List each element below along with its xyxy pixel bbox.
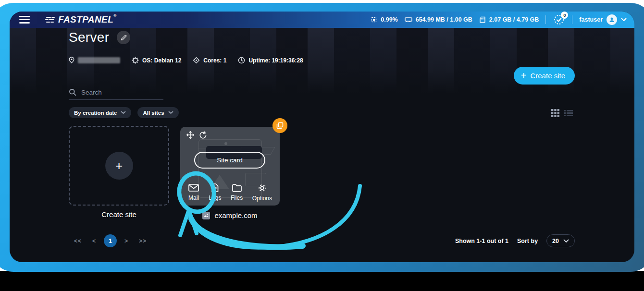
shown-count-text: Shown 1-1 out of 1 [455,238,508,244]
pagination-first-button[interactable]: << [71,236,85,246]
sort-order-dropdown[interactable]: By creation date [69,107,131,118]
create-site-button[interactable]: + Create site [514,67,575,85]
location-pin-icon [69,57,74,64]
site-card-button[interactable]: Site card [194,152,265,169]
bottom-black-strip [0,271,644,291]
files-label: Files [231,194,243,201]
grid-view-button[interactable] [551,109,559,119]
edit-server-name-button[interactable] [117,31,130,44]
move-icon [186,131,195,139]
redacted-ip-address [78,57,120,63]
topbar-divider [545,15,546,24]
server-os-value: OS: Debian 12 [142,57,181,64]
site-domain: example.com [214,211,257,219]
topbar-stats: 0.99% 654.99 MB / 1.00 GB [371,13,627,26]
view-toggle-group [551,109,573,119]
drag-move-button[interactable] [186,131,195,141]
site-type-label: All sites [143,110,164,116]
username: fastuser [579,16,603,23]
site-type-dropdown[interactable]: All sites [137,107,178,118]
pencil-icon [121,35,127,41]
options-button[interactable]: Options [252,183,272,202]
logs-label: Logs [209,194,221,201]
server-ip-item [69,57,120,64]
list-view-icon [564,109,573,117]
logs-button[interactable]: Logs [209,183,221,202]
notifications-count-badge: 0 [561,12,568,19]
create-site-card-label: Create site [69,210,169,218]
per-page-dropdown[interactable]: 20 [546,234,575,247]
chevron-down-icon [563,239,569,243]
notifications-button[interactable]: 0 [553,13,565,26]
image-icon [203,213,209,218]
server-uptime-value: Uptime: 19:19:36:28 [248,57,303,64]
logo-equalizer-icon [45,15,55,24]
logs-icon [211,183,219,193]
mail-label: Mail [188,194,199,201]
plus-circle: + [105,152,133,180]
user-menu[interactable]: fastuser [579,14,627,25]
ram-value: 654.99 MB / 1.00 GB [416,16,472,23]
search-field[interactable] [69,88,163,100]
refresh-site-button[interactable] [199,131,207,141]
pagination-next-button[interactable]: > [122,236,131,246]
cpu-value: 0.99% [381,16,397,23]
logo-text: FASTPANEL® [58,14,116,25]
site-card-button-label: Site card [217,157,242,164]
site-card-example-com[interactable]: Site card Mail Logs [180,127,280,206]
create-site-button-label: Create site [530,72,565,80]
top-navigation-bar: FASTPANEL® 0.99% 654.99 MB / 1.00 GB [10,12,634,28]
chevron-down-icon [168,111,173,114]
clock-icon [238,57,245,64]
gear-icon [257,183,267,193]
results-summary-row: Shown 1-1 out of 1 Sort by 20 [455,234,575,247]
server-cores-value: Cores: 1 [203,57,226,64]
site-domain-row[interactable]: example.com [180,211,280,219]
files-icon [232,183,242,193]
copy-icon [276,122,284,129]
chevron-down-icon [621,18,627,22]
site-card-actions: Mail Logs Files [180,183,280,202]
cpu-usage-stat: 0.99% [371,16,397,23]
pagination-current-page[interactable]: 1 [104,234,117,247]
os-icon [132,57,139,64]
page-title: Server [69,30,109,45]
list-view-button[interactable] [564,109,573,119]
site-thumbnail-icon [202,212,210,219]
topbar-divider [572,15,572,24]
files-button[interactable]: Files [231,183,243,202]
mail-button[interactable]: Mail [188,183,199,202]
server-meta-row: OS: Debian 12 Cores: 1 Uptime: 19:19:36:… [69,57,303,64]
search-icon [69,88,76,96]
filter-pills: By creation date All sites [69,107,179,118]
plus-icon: + [115,158,123,173]
per-page-value: 20 [552,238,559,244]
sort-order-label: By creation date [74,110,117,116]
pagination-prev-button[interactable]: < [89,236,99,246]
create-site-card[interactable]: + [69,126,169,206]
grid-view-icon [551,109,559,117]
options-label: Options [252,195,272,202]
ram-icon [405,17,412,23]
cpu-icon [371,16,377,23]
user-icon [608,16,615,23]
sort-by-label: Sort by [517,238,538,244]
disk-usage-stat: 2.07 GB / 4.79 GB [479,16,539,23]
pagination-last-button[interactable]: >> [136,236,149,246]
disk-icon [479,16,486,23]
hamburger-menu-icon[interactable] [19,16,30,24]
chevron-down-icon [121,111,126,114]
registered-mark: ® [113,13,116,18]
mail-icon [188,183,199,193]
refresh-icon [199,131,207,139]
screenshot-stage: { "header": { "logo": "FASTPANEL", "logo… [0,0,644,291]
cores-icon [193,57,200,64]
search-input[interactable] [81,89,158,96]
duplicate-site-badge[interactable] [272,118,287,133]
disk-value: 2.07 GB / 4.79 GB [489,16,539,23]
fastpanel-logo[interactable]: FASTPANEL® [45,14,116,25]
ram-usage-stat: 654.99 MB / 1.00 GB [405,16,472,23]
fastpanel-app-window: FASTPANEL® 0.99% 654.99 MB / 1.00 GB [10,12,634,262]
server-cores-item: Cores: 1 [193,57,226,64]
plus-icon: + [521,71,527,80]
